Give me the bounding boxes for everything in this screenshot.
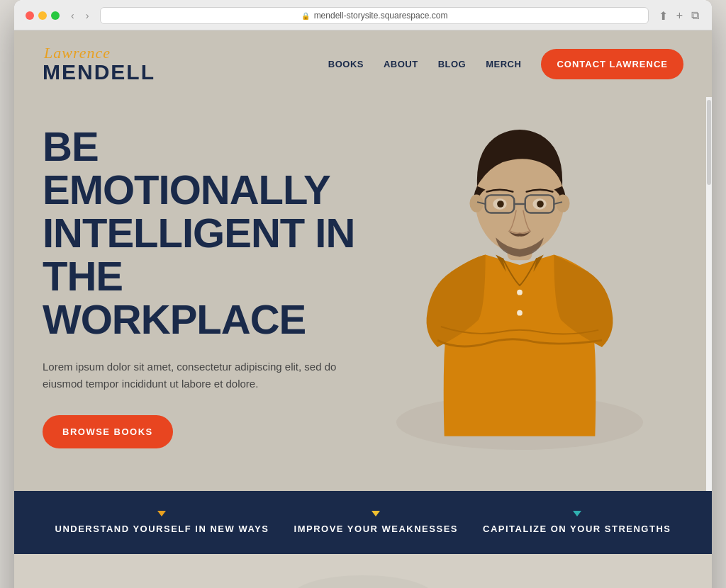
browser-chrome: ‹ › 🔒 mendell-storysite.squarespace.com …: [14, 0, 712, 30]
browser-window: ‹ › 🔒 mendell-storysite.squarespace.com …: [14, 0, 712, 588]
logo[interactable]: Lawrence MENDELL: [43, 45, 155, 83]
nav-links: BOOKS ABOUT BLOG MERCH CONTACT LAWRENCE: [328, 49, 683, 79]
below-arc-decoration: [292, 575, 434, 588]
maximize-button[interactable]: [51, 11, 60, 20]
indicator-2: [372, 511, 380, 516]
hero-subtitle: Lorem ipsum dolor sit amet, consectetur …: [43, 358, 340, 392]
bottom-label-2: IMPROVE YOUR WEAKNESSES: [294, 524, 458, 534]
bottom-item-1: UNDERSTAND YOURSELF IN NEW WAYS: [55, 511, 269, 534]
bottom-item-3: CAPITALIZE ON YOUR STRENGTHS: [483, 511, 671, 534]
hero-title-line1: BE EMOTIONALLY: [43, 123, 330, 213]
logo-script: Lawrence: [44, 45, 155, 62]
address-bar[interactable]: 🔒 mendell-storysite.squarespace.com: [100, 7, 648, 24]
hero-content: BE EMOTIONALLY INTELLIGENT IN THE WORKPL…: [14, 97, 398, 490]
navigation: Lawrence MENDELL BOOKS ABOUT BLOG MERCH …: [14, 30, 712, 97]
back-button[interactable]: ‹: [68, 9, 77, 23]
browser-controls: ‹ ›: [68, 9, 91, 23]
nav-merch[interactable]: MERCH: [486, 59, 521, 69]
bottom-label-3: CAPITALIZE ON YOUR STRENGTHS: [483, 524, 671, 534]
browser-actions: ⬆ + ⧉: [657, 8, 700, 24]
website: Lawrence MENDELL BOOKS ABOUT BLOG MERCH …: [14, 30, 712, 588]
new-tab-button[interactable]: +: [675, 8, 684, 24]
share-button[interactable]: ⬆: [657, 8, 669, 24]
minimize-button[interactable]: [38, 11, 47, 20]
forward-button[interactable]: ›: [83, 9, 92, 23]
url-text: mendell-storysite.squarespace.com: [314, 11, 448, 21]
tab-overview-button[interactable]: ⧉: [690, 8, 700, 24]
svg-point-13: [537, 200, 544, 208]
hero-section: BE EMOTIONALLY INTELLIGENT IN THE WORKPL…: [14, 97, 712, 490]
traffic-lights: [26, 11, 60, 20]
below-section: [14, 554, 712, 588]
nav-books[interactable]: BOOKS: [328, 59, 364, 69]
svg-point-12: [498, 200, 505, 208]
hero-title: BE EMOTIONALLY INTELLIGENT IN THE WORKPL…: [43, 125, 369, 341]
nav-about[interactable]: ABOUT: [384, 59, 418, 69]
hero-title-line2: INTELLIGENT IN: [43, 210, 354, 256]
bottom-item-2: IMPROVE YOUR WEAKNESSES: [294, 511, 458, 534]
bottom-bar: UNDERSTAND YOURSELF IN NEW WAYS IMPROVE …: [14, 491, 712, 554]
bottom-label-1: UNDERSTAND YOURSELF IN NEW WAYS: [55, 524, 269, 534]
close-button[interactable]: [26, 11, 34, 20]
nav-blog[interactable]: BLOG: [438, 59, 467, 69]
indicator-3: [573, 511, 581, 516]
contact-button[interactable]: CONTACT LAWRENCE: [541, 49, 683, 79]
svg-point-14: [518, 289, 523, 295]
browse-books-button[interactable]: BROWSE BOOKS: [43, 415, 173, 448]
indicator-1: [157, 511, 166, 516]
svg-point-15: [518, 310, 523, 315]
lock-icon: 🔒: [301, 12, 310, 20]
logo-bold: MENDELL: [43, 62, 155, 83]
hero-title-line3: THE WORKPLACE: [43, 253, 306, 342]
